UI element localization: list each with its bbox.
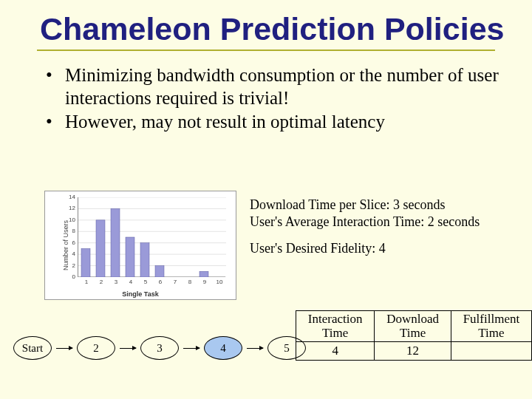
ytick: 0	[64, 273, 75, 280]
chart-xlabel: Single Task	[45, 290, 236, 298]
ytick: 12	[64, 205, 75, 211]
xtick: 9	[200, 279, 209, 285]
ytick: 8	[64, 228, 75, 234]
flow-node: 5	[267, 336, 306, 360]
slide-title: Chameleon Prediction Policies	[0, 0, 532, 45]
arrow-icon	[56, 348, 72, 349]
param-download: Download Time per Slice: 3 seconds	[250, 197, 480, 214]
xtick: 1	[82, 279, 91, 285]
parameter-block: Download Time per Slice: 3 seconds User'…	[250, 191, 480, 300]
timing-table: Interaction Time Download Time Fulfillme…	[296, 310, 532, 361]
xtick: 7	[171, 279, 180, 285]
xtick: 5	[141, 279, 150, 285]
ytick: 6	[64, 239, 75, 246]
title-rule	[37, 50, 495, 51]
svg-rect-10	[111, 208, 120, 277]
th-fulfillment: Fulfillment Time	[451, 311, 531, 342]
bullet-item: Minimizing bandwidth consumption or the …	[46, 64, 532, 109]
flow-node: Start	[13, 336, 52, 360]
bar-chart: Number of Users 0246810121412345678910 S…	[44, 191, 236, 300]
ytick: 4	[64, 250, 75, 257]
td-interaction: 4	[296, 342, 375, 361]
td-download: 12	[375, 342, 451, 361]
th-download: Download Time	[375, 311, 451, 342]
xtick: 4	[126, 279, 135, 285]
svg-rect-8	[81, 248, 90, 277]
th-interaction: Interaction Time	[296, 311, 375, 342]
bullet-item: However, may not result in optimal laten…	[46, 111, 532, 134]
svg-rect-12	[140, 243, 149, 277]
arrow-icon	[183, 348, 200, 349]
arrow-icon	[120, 348, 136, 349]
svg-rect-11	[126, 237, 134, 277]
ytick: 14	[64, 194, 75, 200]
arrow-icon	[247, 348, 263, 349]
flow-node: 2	[77, 336, 115, 360]
flow-node: 3	[140, 336, 179, 360]
param-fidelity: User's Desired Fidelity: 4	[250, 240, 480, 257]
ytick: 10	[64, 216, 75, 223]
param-interaction: User's Average Interaction Time: 2 secon…	[250, 214, 480, 231]
flow-node: 4	[204, 336, 242, 360]
svg-rect-16	[200, 271, 208, 277]
xtick: 6	[156, 279, 165, 285]
flow-diagram: Start2345	[13, 336, 306, 360]
xtick: 3	[112, 279, 120, 285]
svg-rect-13	[155, 266, 164, 277]
ytick: 2	[64, 262, 75, 269]
td-fulfillment	[451, 342, 531, 361]
bullet-list: Minimizing bandwidth consumption or the …	[46, 64, 532, 134]
xtick: 10	[215, 279, 224, 285]
xtick: 2	[97, 279, 106, 285]
svg-rect-9	[96, 220, 105, 277]
xtick: 8	[185, 279, 194, 285]
